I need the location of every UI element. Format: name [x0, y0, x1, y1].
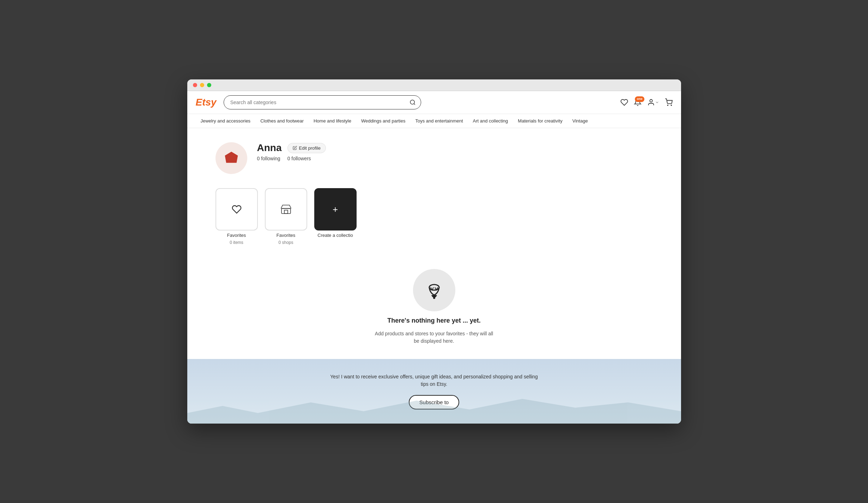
- favorites-shops-wrapper: Favorites 0 shops: [265, 188, 307, 245]
- svg-marker-5: [225, 152, 238, 163]
- browser-window: Etsy one: [187, 79, 681, 424]
- shop-icon: [280, 204, 292, 214]
- create-collection-wrapper: + Create a collectio: [314, 188, 357, 245]
- user-icon: [647, 98, 655, 106]
- empty-state: There's nothing here yet ... yet. Add pr…: [216, 262, 653, 359]
- create-collection-card[interactable]: +: [314, 188, 357, 230]
- empty-state-subtitle: Add products and stores to your favorite…: [374, 330, 494, 345]
- pencil-icon: [293, 146, 297, 150]
- svg-rect-8: [284, 210, 288, 214]
- cart-icon: [665, 98, 673, 106]
- chevron-down-icon: [655, 100, 659, 104]
- svg-point-4: [671, 105, 672, 106]
- svg-rect-6: [281, 209, 291, 214]
- nav-item-weddings[interactable]: Weddings and parties: [356, 114, 411, 128]
- profile-name-row: Anna Edit profile: [257, 142, 326, 154]
- notifications-button[interactable]: one: [634, 98, 642, 106]
- jewelry-icon: [424, 280, 445, 301]
- notification-badge: one: [635, 96, 644, 102]
- search-button[interactable]: [405, 96, 421, 109]
- search-bar: [224, 95, 421, 109]
- empty-icon-circle: [413, 269, 455, 311]
- nav-item-clothes[interactable]: Clothes and footwear: [255, 114, 309, 128]
- favorites-items-count: 0 items: [230, 240, 243, 245]
- search-input[interactable]: [224, 96, 405, 109]
- nav-item-home[interactable]: Home and lifestyle: [309, 114, 356, 128]
- browser-dot-yellow[interactable]: [200, 83, 204, 87]
- cart-button[interactable]: [665, 98, 673, 106]
- nav-item-materials[interactable]: Materials for creativity: [513, 114, 567, 128]
- svg-point-0: [410, 100, 414, 104]
- nav-item-toys[interactable]: Toys and entertainment: [410, 114, 468, 128]
- main-nav: Jewelry and accessories Clothes and foot…: [187, 114, 681, 128]
- avatar-shape-icon: [224, 150, 239, 166]
- svg-point-2: [650, 100, 652, 102]
- favorites-items-card[interactable]: [216, 188, 258, 230]
- edit-profile-button[interactable]: Edit profile: [287, 143, 326, 153]
- collections-row: Favorites 0 items Favorites 0 shops: [216, 188, 653, 245]
- browser-dot-red[interactable]: [193, 83, 197, 87]
- profile-info: Anna Edit profile 0 following 0 follower…: [257, 142, 326, 161]
- favorites-shops-label: Favorites: [277, 233, 295, 238]
- heart-icon: [232, 204, 242, 214]
- avatar: [216, 142, 247, 174]
- plus-icon: +: [333, 204, 338, 215]
- profile-name: Anna: [257, 142, 282, 154]
- footer-area: Yes! I want to receive exclusive offers,…: [187, 359, 681, 424]
- search-icon: [409, 99, 416, 106]
- profile-section: Anna Edit profile 0 following 0 follower…: [216, 142, 653, 174]
- create-collection-label: Create a collectio: [317, 233, 353, 238]
- svg-point-3: [667, 105, 668, 106]
- site-header: Etsy one: [187, 91, 681, 114]
- nav-item-art[interactable]: Art and collecting: [468, 114, 513, 128]
- browser-dot-green[interactable]: [207, 83, 211, 87]
- favorites-shops-count: 0 shops: [278, 240, 293, 245]
- nav-item-vintage[interactable]: Vintage: [567, 114, 593, 128]
- favorites-button[interactable]: [620, 98, 628, 106]
- edit-profile-label: Edit profile: [299, 145, 321, 151]
- svg-line-1: [414, 103, 415, 104]
- svg-point-10: [433, 297, 435, 299]
- favorites-items-wrapper: Favorites 0 items: [216, 188, 258, 245]
- followers-count: 0 followers: [287, 156, 311, 161]
- favorites-items-label: Favorites: [227, 233, 246, 238]
- profile-stats: 0 following 0 followers: [257, 156, 326, 161]
- nav-item-jewelry[interactable]: Jewelry and accessories: [196, 114, 256, 128]
- header-icons: one: [620, 98, 673, 106]
- mountain-decoration: [187, 395, 681, 424]
- account-button[interactable]: [647, 98, 659, 106]
- etsy-logo[interactable]: Etsy: [196, 97, 217, 108]
- heart-icon: [620, 98, 628, 106]
- footer-promo-text: Yes! I want to receive exclusive offers,…: [328, 373, 540, 388]
- empty-state-title: There's nothing here yet ... yet.: [387, 317, 480, 324]
- following-count: 0 following: [257, 156, 280, 161]
- browser-chrome: [187, 79, 681, 91]
- main-content: Anna Edit profile 0 following 0 follower…: [187, 128, 681, 359]
- favorites-shops-card[interactable]: [265, 188, 307, 230]
